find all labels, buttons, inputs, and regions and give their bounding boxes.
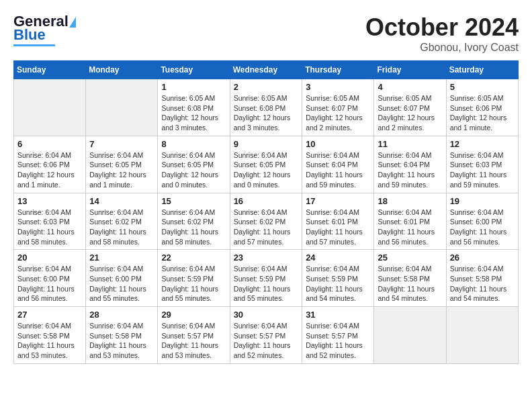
day-info: Sunrise: 6:04 AM Sunset: 6:05 PM Dayligh… — [161, 150, 226, 190]
calendar-cell: 24Sunrise: 6:04 AM Sunset: 5:59 PM Dayli… — [302, 250, 374, 307]
day-number: 13 — [17, 196, 82, 206]
day-number: 28 — [89, 310, 154, 320]
day-info: Sunrise: 6:04 AM Sunset: 5:58 PM Dayligh… — [450, 264, 515, 304]
day-info: Sunrise: 6:05 AM Sunset: 6:07 PM Dayligh… — [378, 93, 442, 133]
calendar-cell: 2Sunrise: 6:05 AM Sunset: 6:08 PM Daylig… — [230, 79, 302, 136]
day-info: Sunrise: 6:04 AM Sunset: 6:00 PM Dayligh… — [89, 264, 154, 304]
calendar-cell: 19Sunrise: 6:04 AM Sunset: 6:00 PM Dayli… — [446, 193, 518, 250]
day-number: 31 — [306, 310, 370, 320]
day-number: 30 — [234, 310, 299, 320]
calendar-cell: 11Sunrise: 6:04 AM Sunset: 6:04 PM Dayli… — [374, 136, 446, 193]
calendar-cell: 21Sunrise: 6:04 AM Sunset: 6:00 PM Dayli… — [86, 250, 158, 307]
logo-underline — [13, 44, 55, 46]
day-number: 6 — [17, 139, 82, 149]
weekday-header: Tuesday — [158, 61, 230, 79]
day-number: 2 — [234, 82, 299, 92]
week-row: 6Sunrise: 6:04 AM Sunset: 6:06 PM Daylig… — [14, 136, 519, 193]
day-info: Sunrise: 6:04 AM Sunset: 6:01 PM Dayligh… — [378, 208, 442, 247]
day-number: 22 — [161, 253, 226, 263]
weekday-header: Monday — [86, 61, 158, 79]
weekday-header: Sunday — [14, 61, 86, 79]
day-number: 10 — [306, 139, 370, 149]
day-info: Sunrise: 6:04 AM Sunset: 5:58 PM Dayligh… — [378, 264, 442, 304]
calendar-cell: 25Sunrise: 6:04 AM Sunset: 5:58 PM Dayli… — [374, 250, 446, 307]
calendar-cell: 31Sunrise: 6:04 AM Sunset: 5:57 PM Dayli… — [302, 307, 374, 364]
calendar-cell: 1Sunrise: 6:05 AM Sunset: 6:08 PM Daylig… — [158, 79, 230, 136]
day-number: 19 — [450, 196, 515, 206]
day-info: Sunrise: 6:05 AM Sunset: 6:08 PM Dayligh… — [234, 93, 299, 133]
day-number: 20 — [17, 253, 82, 263]
calendar-cell — [374, 307, 446, 364]
week-row: 27Sunrise: 6:04 AM Sunset: 5:58 PM Dayli… — [14, 307, 519, 364]
day-info: Sunrise: 6:05 AM Sunset: 6:07 PM Dayligh… — [306, 93, 370, 133]
weekday-header-row: SundayMondayTuesdayWednesdayThursdayFrid… — [14, 61, 519, 79]
day-number: 3 — [306, 82, 370, 92]
day-info: Sunrise: 6:04 AM Sunset: 6:05 PM Dayligh… — [234, 150, 299, 190]
week-row: 13Sunrise: 6:04 AM Sunset: 6:03 PM Dayli… — [14, 193, 519, 250]
day-info: Sunrise: 6:04 AM Sunset: 6:00 PM Dayligh… — [17, 264, 82, 304]
day-info: Sunrise: 6:04 AM Sunset: 6:02 PM Dayligh… — [89, 208, 154, 247]
calendar-cell: 3Sunrise: 6:05 AM Sunset: 6:07 PM Daylig… — [302, 79, 374, 136]
day-number: 21 — [89, 253, 154, 263]
day-number: 18 — [378, 196, 442, 206]
calendar-cell: 18Sunrise: 6:04 AM Sunset: 6:01 PM Dayli… — [374, 193, 446, 250]
day-info: Sunrise: 6:04 AM Sunset: 6:03 PM Dayligh… — [450, 150, 515, 190]
calendar-cell: 29Sunrise: 6:04 AM Sunset: 5:57 PM Dayli… — [158, 307, 230, 364]
calendar-cell — [86, 79, 158, 136]
day-number: 24 — [306, 253, 370, 263]
day-info: Sunrise: 6:04 AM Sunset: 6:02 PM Dayligh… — [161, 208, 226, 247]
calendar-cell: 16Sunrise: 6:04 AM Sunset: 6:02 PM Dayli… — [230, 193, 302, 250]
day-number: 1 — [161, 82, 226, 92]
day-number: 9 — [234, 139, 299, 149]
day-info: Sunrise: 6:04 AM Sunset: 5:58 PM Dayligh… — [89, 321, 154, 361]
calendar-cell: 8Sunrise: 6:04 AM Sunset: 6:05 PM Daylig… — [158, 136, 230, 193]
page-header: General Blue October 2024 Gbonou, Ivory … — [13, 13, 519, 54]
day-number: 17 — [306, 196, 370, 206]
weekday-header: Thursday — [302, 61, 374, 79]
calendar-cell: 28Sunrise: 6:04 AM Sunset: 5:58 PM Dayli… — [86, 307, 158, 364]
calendar-cell: 13Sunrise: 6:04 AM Sunset: 6:03 PM Dayli… — [14, 193, 86, 250]
calendar-cell — [14, 79, 86, 136]
calendar-cell: 5Sunrise: 6:05 AM Sunset: 6:06 PM Daylig… — [446, 79, 518, 136]
logo: General Blue — [13, 13, 76, 46]
calendar-cell: 7Sunrise: 6:04 AM Sunset: 6:05 PM Daylig… — [86, 136, 158, 193]
day-info: Sunrise: 6:04 AM Sunset: 5:57 PM Dayligh… — [306, 321, 370, 361]
day-info: Sunrise: 6:04 AM Sunset: 5:57 PM Dayligh… — [234, 321, 299, 361]
title-block: October 2024 Gbonou, Ivory Coast — [365, 13, 519, 54]
day-number: 27 — [17, 310, 82, 320]
day-info: Sunrise: 6:04 AM Sunset: 6:03 PM Dayligh… — [17, 208, 82, 247]
location: Gbonou, Ivory Coast — [365, 42, 519, 54]
day-number: 12 — [450, 139, 515, 149]
calendar: SundayMondayTuesdayWednesdayThursdayFrid… — [13, 60, 519, 364]
calendar-cell: 17Sunrise: 6:04 AM Sunset: 6:01 PM Dayli… — [302, 193, 374, 250]
logo-blue: Blue — [13, 27, 46, 43]
day-info: Sunrise: 6:04 AM Sunset: 5:59 PM Dayligh… — [306, 264, 370, 304]
week-row: 1Sunrise: 6:05 AM Sunset: 6:08 PM Daylig… — [14, 79, 519, 136]
calendar-cell: 20Sunrise: 6:04 AM Sunset: 6:00 PM Dayli… — [14, 250, 86, 307]
day-number: 29 — [161, 310, 226, 320]
calendar-cell: 15Sunrise: 6:04 AM Sunset: 6:02 PM Dayli… — [158, 193, 230, 250]
day-number: 25 — [378, 253, 442, 263]
day-info: Sunrise: 6:04 AM Sunset: 6:01 PM Dayligh… — [306, 208, 370, 247]
day-number: 15 — [161, 196, 226, 206]
day-number: 4 — [378, 82, 442, 92]
day-info: Sunrise: 6:04 AM Sunset: 6:04 PM Dayligh… — [378, 150, 442, 190]
day-info: Sunrise: 6:05 AM Sunset: 6:06 PM Dayligh… — [450, 93, 515, 133]
calendar-cell — [446, 307, 518, 364]
day-info: Sunrise: 6:04 AM Sunset: 5:57 PM Dayligh… — [161, 321, 226, 361]
day-info: Sunrise: 6:05 AM Sunset: 6:08 PM Dayligh… — [161, 93, 226, 133]
calendar-cell: 12Sunrise: 6:04 AM Sunset: 6:03 PM Dayli… — [446, 136, 518, 193]
day-number: 26 — [450, 253, 515, 263]
month-year: October 2024 — [365, 13, 519, 42]
calendar-cell: 26Sunrise: 6:04 AM Sunset: 5:58 PM Dayli… — [446, 250, 518, 307]
calendar-cell: 14Sunrise: 6:04 AM Sunset: 6:02 PM Dayli… — [86, 193, 158, 250]
day-info: Sunrise: 6:04 AM Sunset: 6:00 PM Dayligh… — [450, 208, 515, 247]
day-number: 14 — [89, 196, 154, 206]
calendar-cell: 10Sunrise: 6:04 AM Sunset: 6:04 PM Dayli… — [302, 136, 374, 193]
calendar-cell: 6Sunrise: 6:04 AM Sunset: 6:06 PM Daylig… — [14, 136, 86, 193]
calendar-cell: 4Sunrise: 6:05 AM Sunset: 6:07 PM Daylig… — [374, 79, 446, 136]
day-number: 16 — [234, 196, 299, 206]
weekday-header: Friday — [374, 61, 446, 79]
day-info: Sunrise: 6:04 AM Sunset: 6:05 PM Dayligh… — [89, 150, 154, 190]
calendar-cell: 22Sunrise: 6:04 AM Sunset: 5:59 PM Dayli… — [158, 250, 230, 307]
